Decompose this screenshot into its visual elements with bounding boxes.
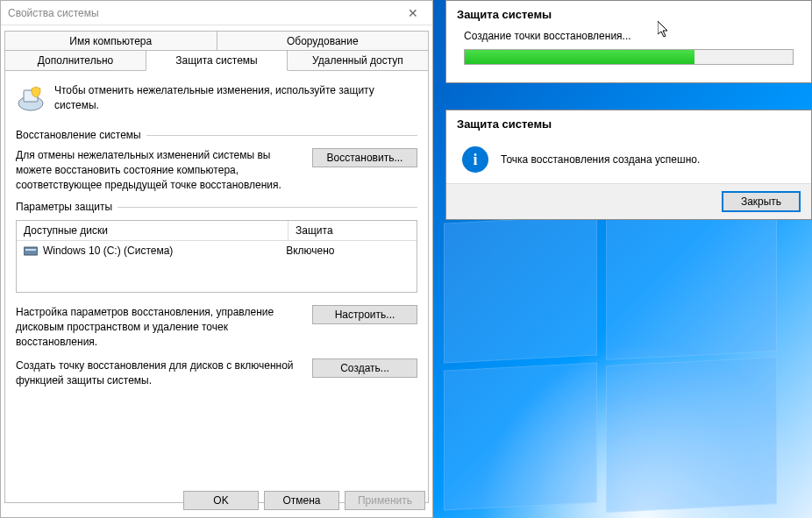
close-button[interactable]: ✕ [393,1,432,25]
col-protection: Защита [288,221,417,240]
progress-bar [464,49,794,65]
progress-dialog: Защита системы Создание точки восстановл… [445,0,812,83]
tab-panel-protection: Чтобы отменить нежелательные изменения, … [4,71,429,503]
shield-icon [16,83,46,113]
info-icon: i [462,146,488,173]
success-title: Защита системы [446,110,811,134]
tab-advanced[interactable]: Дополнительно [4,50,146,71]
table-row[interactable]: Windows 10 (C:) (Система) Включено [17,241,417,260]
restore-description: Для отмены нежелательных изменений систе… [16,148,302,192]
tab-remote[interactable]: Удаленный доступ [287,50,429,71]
progress-label: Создание точки восстановления... [464,30,794,42]
ok-button[interactable]: OK [183,491,259,510]
hdd-icon [24,245,38,256]
group-params-label: Параметры защиты [16,201,118,213]
group-restore-label: Восстановление системы [16,129,146,141]
success-message: Точка восстановления создана успешно. [501,153,700,166]
intro-text: Чтобы отменить нежелательные изменения, … [54,83,417,113]
window-title: Свойства системы [8,7,99,19]
apply-button: Применить [345,491,425,510]
svg-rect-3 [25,249,36,251]
tab-hardware[interactable]: Оборудование [217,31,430,51]
create-button[interactable]: Создать... [312,358,417,378]
drive-status: Включено [286,245,410,257]
drives-table[interactable]: Доступные диски Защита Windows 10 (C:) (… [16,220,417,293]
tab-computer-name[interactable]: Имя компьютера [4,31,217,51]
restore-button[interactable]: Восстановить... [312,148,417,167]
svg-rect-2 [24,247,38,255]
configure-description: Настройка параметров восстановления, упр… [16,305,302,349]
windows-logo-bg [444,219,777,517]
drive-name: Windows 10 (C:) (Система) [43,245,173,257]
close-button[interactable]: Закрыть [722,191,801,212]
col-drives: Доступные диски [17,221,288,240]
progress-fill [465,50,694,64]
tab-system-protection[interactable]: Защита системы [146,50,288,71]
cancel-button[interactable]: Отмена [264,491,339,510]
create-description: Создать точку восстановления для дисков … [16,358,302,388]
system-properties-window: Свойства системы ✕ Имя компьютера Оборуд… [0,0,433,518]
configure-button[interactable]: Настроить... [312,305,417,324]
success-dialog: Защита системы i Точка восстановления со… [445,110,812,220]
titlebar[interactable]: Свойства системы ✕ [1,1,432,25]
progress-title: Защита системы [446,1,811,25]
table-header: Доступные диски Защита [17,221,417,241]
